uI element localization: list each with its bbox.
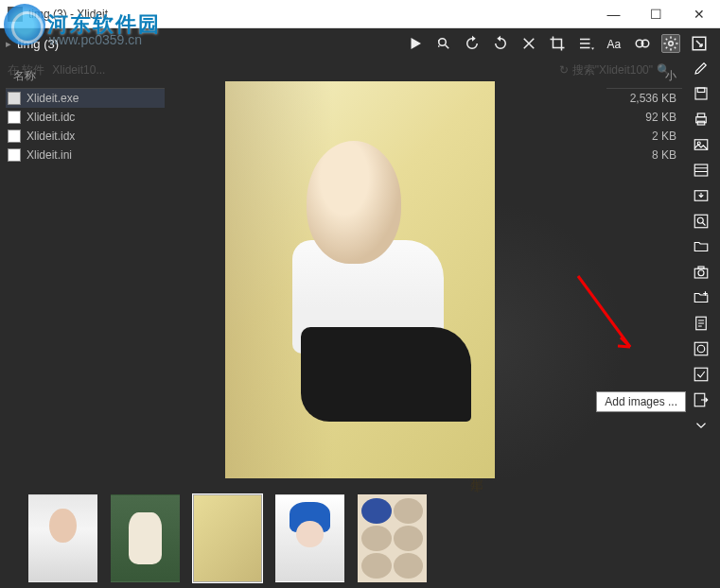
exe-file-icon <box>8 92 21 105</box>
file-size: 2,536 KB <box>606 89 682 108</box>
camera-icon[interactable] <box>692 263 711 282</box>
file-name: Xlideit.ini <box>26 148 72 162</box>
main-image: 那年 <box>225 81 495 478</box>
maximize-button[interactable]: ☐ <box>635 0 677 28</box>
app-icon <box>8 7 23 22</box>
file-size: 2 KB <box>606 127 682 146</box>
doc-file-icon <box>8 148 21 162</box>
tooltip: Add images ... <box>596 391 686 412</box>
svg-point-17 <box>698 270 704 276</box>
thumbnail-selected[interactable] <box>193 494 262 582</box>
fit-zoom-button[interactable] <box>434 34 453 53</box>
viewport: 在 软件 Xlideit10... ↻ 搜索"Xlideit100" 🔍 名称 … <box>0 59 720 489</box>
settings-button[interactable] <box>661 34 680 53</box>
rotate-right-button[interactable] <box>491 34 510 53</box>
thumbnail[interactable] <box>358 494 427 582</box>
document-icon[interactable] <box>692 314 711 333</box>
file-row[interactable]: Xlideit.idc <box>6 108 165 127</box>
crop-button[interactable] <box>548 34 567 53</box>
file-column-name[interactable]: 名称 <box>6 68 36 84</box>
file-row[interactable]: Xlideit.exe <box>6 89 165 108</box>
checkbox-icon[interactable] <box>692 365 711 384</box>
edit-icon[interactable] <box>692 59 711 78</box>
expand-more-icon[interactable] <box>692 416 711 435</box>
file-row[interactable]: Xlideit.ini <box>6 146 165 164</box>
zoom-icon[interactable] <box>692 339 711 358</box>
file-row[interactable]: Xlideit.idx <box>6 127 165 146</box>
file-size: 92 KB <box>606 108 682 127</box>
svg-rect-6 <box>697 88 705 93</box>
watermark-url: www.pc0359.cn <box>49 32 142 47</box>
close-button[interactable]: ✕ <box>677 0 720 28</box>
search-image-icon[interactable] <box>692 212 711 231</box>
file-name: Xlideit.idc <box>26 111 75 124</box>
thumbnail-strip <box>0 489 720 588</box>
export-icon[interactable] <box>692 186 711 205</box>
svg-point-15 <box>697 217 703 223</box>
svg-rect-22 <box>694 368 708 381</box>
file-name: Xlideit.idx <box>26 130 75 143</box>
thumbnail[interactable] <box>111 494 180 582</box>
doc-file-icon <box>8 111 21 124</box>
file-size-panel: 小 2,536 KB 92 KB 2 KB 8 KB <box>606 59 682 170</box>
image-content <box>301 327 471 422</box>
size-column-header[interactable]: 小 <box>606 64 682 89</box>
refresh-icon[interactable]: ↻ <box>559 63 569 77</box>
image-icon[interactable] <box>692 135 711 154</box>
svg-rect-14 <box>694 215 708 228</box>
fullscreen-button[interactable] <box>690 34 709 53</box>
adjust-button[interactable] <box>633 34 652 53</box>
print-icon[interactable] <box>692 110 711 129</box>
folder-icon[interactable] <box>692 237 711 256</box>
save-icon[interactable] <box>692 84 711 103</box>
minimize-button[interactable]: — <box>592 0 635 28</box>
text-tool-button[interactable]: Aa <box>605 34 623 53</box>
file-name: Xlideit.exe <box>26 92 79 105</box>
window-titlebar: timg (3) - Xlideit — ☐ ✕ <box>0 0 720 28</box>
rotate-left-button[interactable] <box>463 34 482 53</box>
svg-rect-18 <box>698 267 704 268</box>
exit-icon[interactable] <box>692 390 711 409</box>
add-images-icon[interactable] <box>692 288 711 307</box>
svg-point-3 <box>669 42 674 46</box>
file-size: 8 KB <box>606 146 682 164</box>
right-sidebar <box>688 59 714 435</box>
thumbnail[interactable] <box>275 494 344 582</box>
window-title: timg (3) - Xlideit <box>28 8 108 21</box>
svg-text:Aa: Aa <box>607 38 622 51</box>
edit-dropdown-button[interactable] <box>576 34 595 53</box>
svg-rect-8 <box>697 113 705 117</box>
file-list-panel: 名称 Xlideit.exe Xlideit.idc Xlideit.idx X… <box>0 59 170 170</box>
breadcrumb-arrow-icon: ▸ <box>6 38 11 50</box>
svg-point-21 <box>697 345 705 353</box>
thumbnail[interactable] <box>28 494 97 582</box>
play-slideshow-button[interactable] <box>406 34 425 53</box>
svg-rect-20 <box>694 342 708 355</box>
svg-rect-12 <box>694 164 708 176</box>
doc-file-icon <box>8 130 21 143</box>
delete-button[interactable] <box>519 34 538 53</box>
list-icon[interactable] <box>692 161 711 180</box>
